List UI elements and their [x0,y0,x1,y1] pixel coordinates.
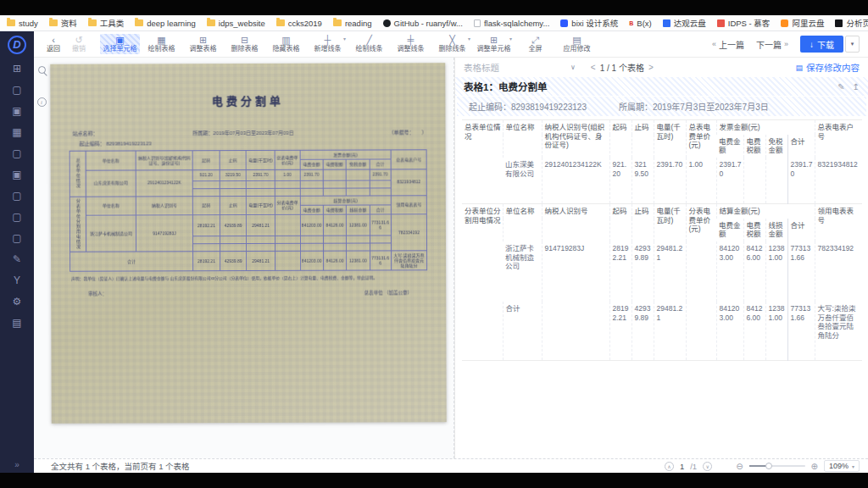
zoom-slider[interactable] [749,465,805,467]
draw-line-icon: ╱ [366,36,372,45]
bookmark-idps-website[interactable]: idps_website [207,19,265,28]
tool-adjust-line[interactable]: ╪调整线条 [391,34,431,54]
undo-button[interactable]: ↺ 撤销 [66,36,92,53]
sidebar-table-icon[interactable]: ▦ [0,121,34,142]
bookmark-ali-cloud[interactable]: 阿里云盘 [781,17,824,29]
group-cell: 总表单位情况 [462,120,503,204]
sidebar-doc5-icon[interactable]: ▢ [0,185,34,206]
document-viewer-panel: i 电费分割单 站点名称： 所属期：2019年07月03日至2023年07月03… [34,58,454,458]
bookmark-study[interactable]: study [7,19,38,28]
page-down-icon[interactable]: ∨ [703,462,712,471]
meta-period: 所属期：2019年7月3日至2023年7月3日 [619,100,769,113]
bookmark-ant-design[interactable]: 分析页 - Ant Desig... [835,17,868,29]
scan-footer: 审核人： 总表单位 （加盖公章） [88,290,412,297]
bixi-icon [560,19,568,27]
export-icon[interactable]: ↥ [853,82,860,92]
editor-toolbar: ‹ 返回 ↺ 撤销 ▣选择单元格 ▦绘制表格 ⊞调整表格 ⊟删除表格 ▥隐藏表格… [34,31,868,58]
folder-icon [135,19,143,26]
sidebar-doc6-icon[interactable]: ▢ [0,206,34,227]
save-changes-link[interactable]: ▤ 保存修改内容 [795,61,860,74]
tool-draw-table[interactable]: ▦绘制表格 [142,34,181,54]
scan-title: 电费分割单 [50,92,445,109]
section2-header-row: 分表单位分割用电情况 单位名称 纳税人识别号 起码 止码 电量(千瓦时) 分表电… [462,204,862,219]
sidebar-doc2-icon[interactable]: ▣ [0,100,34,121]
sidebar-doc1-icon[interactable]: ▢ [0,79,34,100]
zoom-slider-knob[interactable] [765,463,772,469]
chevron-down-icon[interactable]: ∨ [570,64,576,71]
next-doc-button[interactable]: 下一篇» [756,38,788,51]
tool-adjust-cell[interactable]: ▾⊞调整单元格 [474,34,514,54]
sidebar-doc-gear-icon[interactable]: ▤ [0,312,34,333]
table-title-label: 表格标题 [464,61,499,74]
back-button[interactable]: ‹ 返回 [41,36,66,53]
bookmark-ccks2019[interactable]: ccks2019 [276,19,322,28]
table-title: 表格1：电费分割单 [464,80,547,93]
tool-adjust-table[interactable]: ⊞调整表格 [183,34,223,54]
next-table-icon[interactable]: > [648,63,654,72]
bookmark-tools[interactable]: 工具类 [88,17,125,29]
tool-delete-table[interactable]: ⊟删除表格 [225,34,264,54]
bookmark-daguan-cloud[interactable]: 达观云盘 [663,17,706,29]
tool-add-line[interactable]: ▾┼新增线条 [308,34,348,54]
select-cell-icon: ▣ [115,36,124,45]
window-top-strip [0,0,868,15]
sidebar-doc3-icon[interactable]: ▢ [0,142,34,164]
sidebar-y-icon[interactable]: Y [0,269,34,291]
page-icon [474,19,481,27]
scanned-document[interactable]: 电费分割单 站点名称： 所属期：2019年07月03日至2023年07月03日 … [50,63,446,424]
bookmark-reading[interactable]: reading [333,19,372,28]
tool-fullscreen[interactable]: ⤢全屏 [515,34,555,54]
bookmark-bixi-design[interactable]: bixi 设计系统 [560,17,618,29]
prev-doc-button[interactable]: «上一篇 [712,38,744,51]
page-up-icon[interactable]: ∧ [665,462,674,471]
idps-icon [717,19,725,27]
panel-header: 表格标题 ∨ < 1 / 1 个表格 > ▤ 保存修改内容 [455,58,868,77]
bookmark-ziliao[interactable]: 资料 [49,17,77,29]
zoom-in-icon[interactable]: ⊕ [811,462,818,471]
download-group: ↓下载 ▾ [800,36,860,53]
sidebar-doc7-icon[interactable]: ▢ [0,227,34,248]
zoom-out-icon[interactable]: ⊖ [736,462,743,471]
bookmark-bx[interactable]: BB(x) [629,19,651,28]
delete-table-icon: ⊟ [241,36,248,45]
bookmark-idps[interactable]: IDPS - 慕客 [717,17,771,29]
tool-apply-changes[interactable]: ▤应用修改 [557,34,597,54]
fullscreen-icon: ⤢ [531,36,539,45]
bookmark-flask-sqlalchemy[interactable]: flask-sqlalchemy... [474,19,549,28]
tool-select-cell[interactable]: ▣选择单元格 [100,34,140,54]
sidebar-collapse-icon[interactable]: » [14,460,19,469]
info-icon[interactable]: i [37,97,47,107]
sidebar-gear-icon[interactable]: ⚙ [0,291,34,312]
sidebar-edit-icon[interactable]: ✎ [0,248,34,269]
prev-table-icon[interactable]: < [591,63,596,72]
download-button[interactable]: ↓下载 [800,36,843,53]
chevron-down-icon: ▾ [343,36,346,42]
cloud-disk-icon [663,19,670,27]
app-window: study 资料 工具类 deep learning idps_website … [0,0,868,488]
tool-delete-line[interactable]: ▾╳删除线条 [432,34,472,54]
sidebar-doc4-icon[interactable]: ▣ [0,164,34,185]
add-line-icon: ┼ [325,36,331,45]
extraction-panel: 表格标题 ∨ < 1 / 1 个表格 > ▤ 保存修改内容 表格1：电费分割单 … [454,58,868,458]
current-page: 1 [680,462,684,471]
chevron-down-icon: ▾ [852,463,854,469]
download-menu-button[interactable]: ▾ [845,36,860,53]
bookmark-deep-learning[interactable]: deep learning [135,19,196,28]
bookmark-github[interactable]: GitHub - ruanyf/w... [383,19,463,28]
scan-declaration: 声明：我单位（见证人）已确认上述电量与电费金额与 山东溁美股份有限公司xx分公司… [71,275,426,283]
tool-draw-line[interactable]: ╱绘制线条 [349,34,389,54]
window-bottom-strip [0,473,868,488]
folder-icon [333,19,342,26]
scan-code: 起止编码： 8293819419223123 [80,138,427,147]
search-icon[interactable] [38,66,46,74]
zoom-level-select[interactable]: 109% ▾ [824,460,860,472]
table-title-row: 表格1：电费分割单 ✎ ↥ [455,77,868,96]
hide-table-icon: ▥ [281,36,290,45]
adjust-line-icon: ╪ [408,36,415,45]
folder-icon [276,19,285,26]
sidebar-dashboard-icon[interactable]: ⊞ [0,58,34,79]
edit-icon[interactable]: ✎ [837,82,844,92]
page-total: /1 [690,462,697,471]
tool-hide-table[interactable]: ▥隐藏表格 [266,34,306,54]
scan-group2: 分表单位分割用电情况 [70,197,86,252]
